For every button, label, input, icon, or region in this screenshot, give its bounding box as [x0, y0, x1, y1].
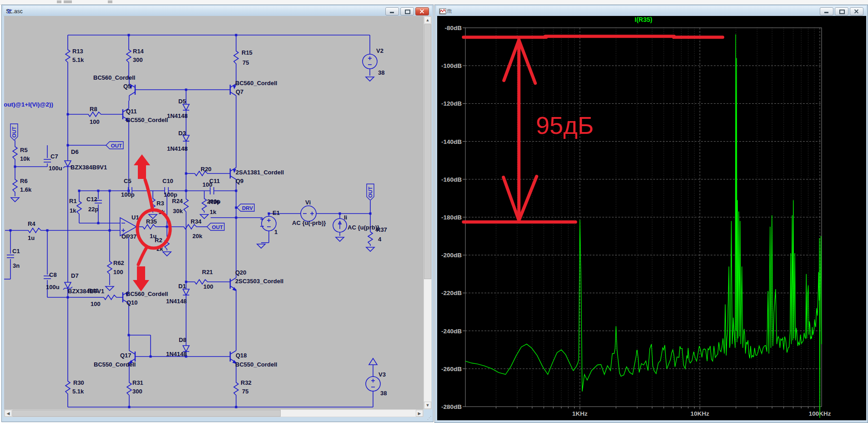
svg-text:Q17: Q17 — [120, 352, 131, 359]
svg-text:R6: R6 — [20, 178, 28, 184]
svg-text:Q10: Q10 — [126, 299, 138, 306]
svg-text:R31: R31 — [132, 379, 143, 386]
svg-text:C8: C8 — [49, 271, 57, 278]
svg-text:22p: 22p — [88, 206, 98, 213]
minimize-button[interactable] — [385, 7, 399, 15]
resize-grip[interactable]: ⋰ — [427, 416, 432, 420]
svg-text:R34: R34 — [191, 218, 202, 225]
scroll-down-icon[interactable]: ▼ — [424, 402, 431, 409]
svg-text:38: 38 — [380, 390, 387, 397]
svg-text:-180dB: -180dB — [441, 214, 462, 221]
svg-text:AC {u(prb)}: AC {u(prb)} — [348, 224, 379, 231]
scroll-left-icon[interactable]: ◀ — [5, 410, 12, 417]
svg-text:BC560_Cordell: BC560_Cordell — [93, 74, 135, 81]
schematic-hscrollbar[interactable]: ◀ ▶ — [4, 409, 424, 417]
svg-text:R62: R62 — [113, 260, 124, 266]
svg-text:300: 300 — [133, 56, 143, 63]
svg-text:R32: R32 — [241, 379, 252, 386]
svg-text:1k: 1k — [70, 207, 76, 214]
maximize-button[interactable] — [835, 7, 848, 15]
fft-canvas[interactable]: -80dB-100dB-120dB-140dB-160dB-180dB-200d… — [437, 16, 866, 420]
svg-text:R40: R40 — [88, 287, 99, 294]
svg-text:E1: E1 — [273, 209, 280, 216]
fft-plot-area[interactable]: -80dB-100dB-120dB-140dB-160dB-180dB-200d… — [437, 16, 866, 420]
svg-text:R13: R13 — [72, 48, 83, 55]
svg-text:4: 4 — [378, 236, 382, 243]
svg-text:-80dB: -80dB — [444, 25, 462, 31]
svg-text:V2: V2 — [376, 47, 384, 54]
toolbar-fragment — [57, 0, 61, 3]
fft-window-icon — [439, 8, 446, 15]
svg-text:C5: C5 — [124, 178, 131, 184]
scroll-up-icon[interactable]: ▲ — [424, 16, 431, 24]
svg-text:BZX384B9V1: BZX384B9V1 — [68, 288, 104, 295]
svg-text:V3: V3 — [378, 371, 386, 378]
net-flags: OUTOUTDRVOUTOUT — [10, 124, 374, 230]
svg-text:1N4148: 1N4148 — [167, 145, 188, 152]
svg-text:R35: R35 — [146, 218, 157, 225]
svg-text:38: 38 — [378, 69, 384, 76]
close-button[interactable] — [415, 7, 429, 15]
svg-text:100: 100 — [90, 118, 100, 125]
svg-text:C7: C7 — [50, 153, 58, 160]
svg-text:30k: 30k — [173, 208, 183, 214]
svg-text:R5: R5 — [20, 147, 28, 153]
svg-text:D7: D7 — [71, 272, 79, 279]
svg-text:C12: C12 — [86, 196, 97, 203]
svg-text:R21: R21 — [202, 269, 213, 275]
svg-text:1: 1 — [274, 229, 278, 235]
maximize-button[interactable] — [400, 7, 414, 15]
fft-titlebar[interactable]: SL.fft — [436, 6, 866, 16]
svg-text:OUT: OUT — [212, 224, 223, 230]
delta-db-label: 95дБ — [536, 112, 594, 139]
svg-text:BZX384B9V1: BZX384B9V1 — [71, 164, 107, 171]
hscroll-thumb[interactable] — [12, 410, 281, 417]
svg-text:-220dB: -220dB — [441, 290, 462, 296]
schematic-canvas-area[interactable]: OUTOUTDRVOUTOUTR135.1kR14300R1575V238BC5… — [4, 16, 424, 409]
svg-text:C11: C11 — [209, 178, 220, 184]
svg-text:1k: 1k — [210, 209, 217, 215]
svg-text:100: 100 — [113, 269, 123, 275]
svg-text:20k: 20k — [192, 233, 202, 240]
svg-text:100p: 100p — [164, 191, 177, 198]
svg-text:2SA1381_Cordell: 2SA1381_Cordell — [236, 169, 284, 176]
svg-text:Q20: Q20 — [235, 269, 247, 276]
svg-text:1N4148: 1N4148 — [166, 351, 187, 357]
svg-text:D6: D6 — [71, 148, 79, 155]
svg-text:R14: R14 — [133, 48, 144, 55]
svg-text:Q9: Q9 — [236, 178, 243, 184]
trace-name[interactable]: I(R35) — [635, 16, 652, 23]
svg-text:OUT: OUT — [368, 187, 373, 198]
svg-text:R2: R2 — [155, 237, 162, 244]
svg-text:-160dB: -160dB — [441, 176, 462, 183]
minimize-button[interactable] — [820, 7, 833, 15]
svg-text:100p: 100p — [121, 191, 135, 198]
svg-text:BC550_Cordell: BC550_Cordell — [126, 117, 168, 123]
svg-text:75: 75 — [242, 388, 248, 395]
fft-window: SL.fft -80dB-100dB-120dB-140dB-160dB-180… — [434, 5, 868, 423]
close-button[interactable] — [850, 7, 863, 15]
svg-text:5.1k: 5.1k — [72, 56, 84, 63]
svg-text:R3: R3 — [156, 200, 164, 207]
svg-text:BC550_Cordell: BC550_Cordell — [235, 361, 277, 368]
svg-text:D5: D5 — [178, 98, 186, 105]
svg-text:BC560_Cordell: BC560_Cordell — [235, 80, 277, 87]
schematic-vscrollbar[interactable]: ▲ ▼ — [424, 16, 432, 409]
vscroll-thumb[interactable] — [424, 24, 431, 279]
scroll-right-icon[interactable]: ▶ — [416, 410, 423, 417]
svg-text:Q7: Q7 — [236, 88, 243, 95]
schematic-titlebar[interactable]: SL.asc — [3, 6, 432, 16]
svg-text:1u: 1u — [28, 234, 35, 241]
svg-text:R37: R37 — [376, 226, 387, 233]
svg-text:BC560_Cordell: BC560_Cordell — [126, 290, 168, 297]
svg-text:Q5: Q5 — [123, 83, 131, 90]
svg-text:1N4148: 1N4148 — [167, 112, 188, 119]
svg-text:Vi: Vi — [305, 199, 311, 206]
svg-text:R4: R4 — [28, 220, 35, 227]
svg-text:100: 100 — [91, 301, 101, 307]
svg-text:-140dB: -140dB — [441, 138, 462, 145]
svg-text:2SC3503_Cordell: 2SC3503_Cordell — [235, 278, 283, 285]
schematic-canvas[interactable]: OUTOUTDRVOUTOUTR135.1kR14300R1575V238BC5… — [4, 16, 424, 409]
svg-text:R15: R15 — [242, 49, 252, 56]
svg-text:75: 75 — [242, 59, 249, 66]
